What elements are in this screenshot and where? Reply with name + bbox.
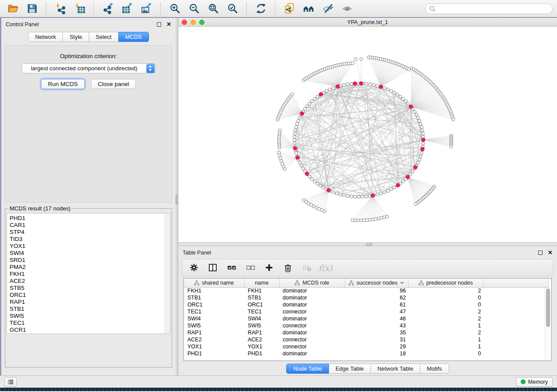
graph-node[interactable]	[404, 100, 407, 103]
graph-hub-node[interactable]	[414, 165, 417, 169]
tab-mcds[interactable]: MCDS	[118, 32, 149, 42]
graph-node[interactable]	[399, 95, 402, 98]
graph-hub-node[interactable]	[396, 183, 400, 187]
table-cell-predecessor-nodes[interactable]: 0	[408, 350, 483, 357]
column-header-mcds-role[interactable]: MCDS role	[279, 279, 345, 287]
horizontal-splitter[interactable]	[178, 242, 557, 246]
graph-node[interactable]	[408, 68, 411, 71]
graph-node[interactable]	[372, 83, 375, 86]
graph-node[interactable]	[401, 180, 405, 183]
graph-node[interactable]	[386, 189, 389, 193]
graph-node[interactable]	[293, 142, 296, 145]
table-cell-name[interactable]: RAP1	[244, 329, 279, 336]
table-cell-successor-nodes[interactable]: 46	[345, 315, 408, 322]
graph-node[interactable]	[343, 194, 346, 197]
graph-node[interactable]	[351, 62, 354, 65]
graph-node[interactable]	[294, 132, 297, 135]
graph-hub-node[interactable]	[336, 85, 339, 88]
graph-node[interactable]	[419, 155, 422, 158]
table-cell-predecessor-nodes[interactable]: 2	[408, 315, 483, 322]
graph-hub-node[interactable]	[293, 147, 297, 150]
table-cell-shared-name[interactable]: SWI5	[184, 322, 244, 329]
create-column-button[interactable]	[262, 261, 277, 275]
hide-selected-button[interactable]	[319, 1, 336, 16]
graph-node[interactable]	[420, 126, 423, 129]
graph-node[interactable]	[346, 83, 349, 86]
graph-node[interactable]	[313, 180, 316, 183]
refresh-button[interactable]	[253, 1, 269, 16]
graph-node[interactable]	[304, 107, 307, 110]
graph-node[interactable]	[291, 93, 294, 96]
table-cell-mcds-role[interactable]: connector	[279, 322, 345, 329]
graph-node[interactable]	[421, 129, 424, 132]
graph-node[interactable]	[452, 118, 455, 121]
table-cell-name[interactable]: TEC1	[244, 308, 279, 315]
graph-node[interactable]	[360, 58, 363, 61]
graph-hub-node[interactable]	[327, 189, 330, 192]
table-row[interactable]: SWI4SWI4dominator462	[184, 315, 549, 322]
graph-node[interactable]	[376, 84, 379, 87]
mcds-result-item[interactable]: CAR1	[10, 222, 170, 229]
graph-node[interactable]	[293, 139, 296, 142]
table-cell-shared-name[interactable]: YOX1	[184, 343, 244, 350]
tab-network-table[interactable]: Network Table	[371, 364, 420, 374]
graph-node[interactable]	[308, 102, 311, 105]
table-cell-shared-name[interactable]: TEC1	[184, 308, 244, 315]
column-header-shared-name[interactable]: shared name	[184, 279, 244, 287]
table-cell-successor-nodes[interactable]: 31	[345, 336, 408, 343]
table-cell-shared-name[interactable]: FKH1	[184, 287, 244, 294]
table-cell-successor-nodes[interactable]: 47	[345, 308, 408, 315]
duplicate-network-button[interactable]	[281, 1, 298, 16]
graph-node[interactable]	[365, 195, 368, 198]
graph-node[interactable]	[409, 172, 412, 175]
export-network-button[interactable]	[100, 1, 116, 16]
graph-node[interactable]	[416, 116, 419, 119]
graph-node[interactable]	[294, 152, 298, 155]
graph-hub-node[interactable]	[406, 175, 409, 179]
table-cell-mcds-role[interactable]: connector	[279, 336, 345, 343]
graph-hub-node[interactable]	[305, 172, 308, 175]
graph-node[interactable]	[366, 219, 369, 222]
graph-node[interactable]	[296, 122, 299, 125]
show-task-history-button[interactable]	[4, 377, 17, 387]
graph-node[interactable]	[360, 219, 363, 222]
mcds-result-item[interactable]: TID3	[10, 236, 170, 243]
select-all-columns-button[interactable]	[224, 261, 239, 275]
table-cell-successor-nodes[interactable]: 62	[345, 294, 408, 301]
table-cell-shared-name[interactable]: ORC1	[184, 301, 244, 308]
graph-hub-node[interactable]	[421, 147, 424, 151]
table-cell-name[interactable]: SWI4	[244, 315, 279, 322]
graph-hub-node[interactable]	[371, 194, 374, 197]
graph-node[interactable]	[450, 145, 453, 148]
tab-node-table[interactable]: Node Table	[286, 364, 329, 374]
float-panel-icon[interactable]	[157, 22, 161, 27]
table-row[interactable]: ACE2ACE2connector311	[184, 336, 549, 343]
vertical-splitter[interactable]	[176, 18, 178, 375]
float-panel-icon[interactable]	[538, 251, 543, 255]
table-cell-successor-nodes[interactable]: 96	[345, 287, 408, 294]
table-row[interactable]: ORC1ORC1dominator610	[184, 301, 549, 308]
table-cell-mcds-role[interactable]: connector	[279, 343, 345, 350]
show-all-button[interactable]	[339, 1, 355, 16]
graph-node[interactable]	[354, 58, 357, 61]
graph-node[interactable]	[407, 102, 410, 105]
graph-node[interactable]	[357, 219, 360, 222]
table-cell-shared-name[interactable]: STB1	[184, 294, 244, 301]
graph-node[interactable]	[422, 132, 425, 135]
graph-node[interactable]	[396, 93, 399, 96]
table-cell-mcds-role[interactable]: dominator	[279, 301, 345, 308]
table-scrollbar[interactable]	[545, 288, 550, 360]
graph-node[interactable]	[332, 86, 335, 89]
graph-hub-node[interactable]	[422, 138, 425, 141]
graph-node[interactable]	[280, 159, 283, 162]
table-cell-successor-nodes[interactable]: 18	[345, 350, 408, 357]
graph-node[interactable]	[363, 219, 366, 222]
mcds-result-item[interactable]: SWI4	[10, 250, 170, 257]
table-row[interactable]: FKH1FKH1dominator962	[184, 287, 549, 294]
table-cell-mcds-role[interactable]: dominator	[279, 350, 345, 357]
graph-node[interactable]	[386, 88, 389, 91]
table-cell-name[interactable]: SWI5	[244, 322, 279, 329]
table-row[interactable]: PHD1PHD1dominator180	[184, 350, 549, 357]
column-header-predecessor-nodes[interactable]: predecessor nodes	[408, 279, 483, 287]
graph-node[interactable]	[325, 89, 328, 93]
